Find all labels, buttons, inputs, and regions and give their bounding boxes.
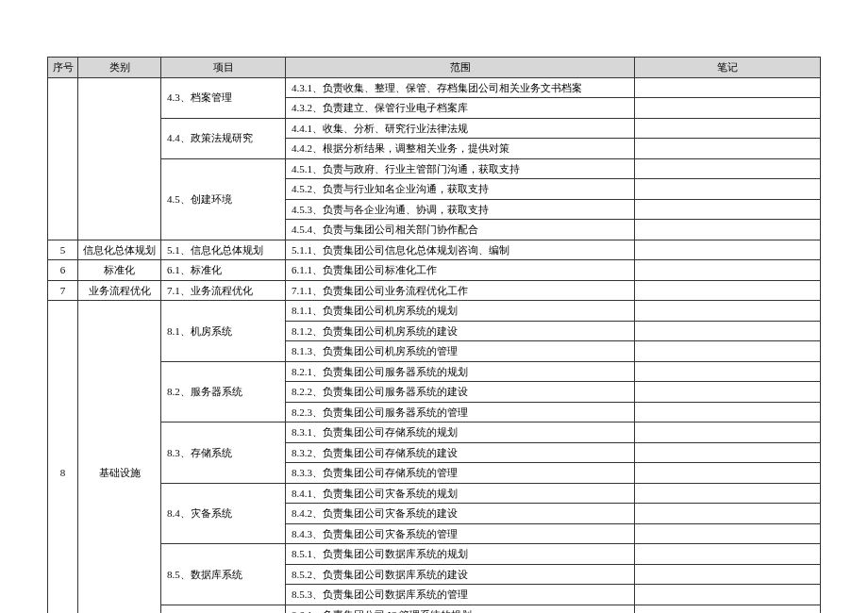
header-notes: 笔记 (635, 58, 821, 78)
cell-scope: 4.4.2、根据分析结果，调整相关业务，提供对策 (286, 139, 635, 159)
cell-project: 4.3、档案管理 (161, 77, 286, 118)
cell-scope: 8.6.1、负责集团公司 IS 管理系统的规划 (286, 605, 635, 613)
cell-seq: 5 (48, 240, 78, 260)
cell-scope: 7.1.1、负责集团公司业务流程优化工作 (286, 280, 635, 301)
cell-scope: 4.4.1、收集、分析、研究行业法律法规 (286, 118, 635, 139)
cell-notes (635, 523, 821, 544)
header-seq: 序号 (48, 58, 78, 78)
cell-project: 8.6、IS 管理系统 (161, 605, 286, 613)
cell-scope: 8.1.1、负责集团公司机房系统的规划 (286, 301, 635, 322)
cell-notes (635, 442, 821, 463)
cell-scope: 8.2.3、负责集团公司服务器系统的管理 (286, 402, 635, 422)
cell-scope: 8.4.2、负责集团公司灾备系统的建设 (286, 504, 635, 524)
cell-scope: 6.1.1、负责集团公司标准化工作 (286, 260, 635, 281)
cell-project: 4.4、政策法规研究 (161, 118, 286, 158)
cell-notes (635, 98, 821, 119)
cell-scope: 8.5.1、负责集团公司数据库系统的规划 (286, 544, 635, 565)
cell-notes (635, 504, 821, 524)
cell-notes (635, 199, 821, 220)
cell-seq: 7 (48, 280, 78, 301)
cell-scope: 8.3.2、负责集团公司存储系统的建设 (286, 442, 635, 463)
cell-scope: 4.5.1、负责与政府、行业主管部门沟通，获取支持 (286, 158, 635, 179)
table-row: 4.4、政策法规研究4.4.1、收集、分析、研究行业法律法规 (48, 118, 821, 139)
table-row: 8.6、IS 管理系统8.6.1、负责集团公司 IS 管理系统的规划 (48, 605, 821, 613)
cell-notes (635, 260, 821, 281)
cell-notes (635, 605, 821, 613)
cell-scope: 4.5.3、负责与各企业沟通、协调，获取支持 (286, 199, 635, 220)
cell-scope: 4.3.1、负责收集、整理、保管、存档集团公司相关业务文书档案 (286, 77, 635, 98)
cell-scope: 4.5.4、负责与集团公司相关部门协作配合 (286, 220, 635, 240)
cell-project: 8.4、灾备系统 (161, 483, 286, 544)
cell-scope: 8.1.3、负责集团公司机房系统的管理 (286, 341, 635, 362)
cell-project: 4.5、创建环境 (161, 158, 286, 240)
cell-scope: 4.3.2、负责建立、保管行业电子档案库 (286, 98, 635, 119)
cell-scope: 4.5.2、负责与行业知名企业沟通，获取支持 (286, 179, 635, 200)
table-header-row: 序号 类别 项目 范围 笔记 (48, 58, 821, 78)
cell-notes (635, 422, 821, 443)
cell-notes (635, 118, 821, 139)
cell-scope: 8.3.3、负责集团公司存储系统的管理 (286, 463, 635, 484)
cell-project: 8.3、存储系统 (161, 422, 286, 484)
cell-scope: 8.5.2、负责集团公司数据库系统的建设 (286, 564, 635, 585)
cell-category (78, 77, 161, 240)
cell-notes (635, 280, 821, 301)
header-scope: 范围 (286, 58, 635, 78)
cell-seq: 8 (48, 301, 78, 614)
cell-project: 6.1、标准化 (161, 260, 286, 281)
cell-scope: 8.4.3、负责集团公司灾备系统的管理 (286, 523, 635, 544)
table-row: 7业务流程优化7.1、业务流程优化7.1.1、负责集团公司业务流程优化工作 (48, 280, 821, 301)
cell-notes (635, 139, 821, 159)
cell-category: 信息化总体规划 (78, 240, 161, 260)
header-category: 类别 (78, 58, 161, 78)
cell-project: 8.5、数据库系统 (161, 544, 286, 605)
cell-seq (48, 77, 78, 240)
cell-notes (635, 463, 821, 484)
cell-notes (635, 240, 821, 260)
table-row: 6标准化6.1、标准化6.1.1、负责集团公司标准化工作 (48, 260, 821, 281)
cell-notes (635, 361, 821, 382)
cell-notes (635, 220, 821, 240)
cell-project: 8.2、服务器系统 (161, 361, 286, 422)
cell-notes (635, 158, 821, 179)
cell-project: 5.1、信息化总体规划 (161, 240, 286, 260)
cell-scope: 8.2.1、负责集团公司服务器系统的规划 (286, 361, 635, 382)
cell-notes (635, 544, 821, 565)
table-row: 4.3、档案管理4.3.1、负责收集、整理、保管、存档集团公司相关业务文书档案 (48, 77, 821, 98)
cell-notes (635, 179, 821, 200)
cell-notes (635, 301, 821, 322)
cell-notes (635, 321, 821, 341)
cell-scope: 8.1.2、负责集团公司机房系统的建设 (286, 321, 635, 341)
cell-seq: 6 (48, 260, 78, 281)
table-row: 8基础设施8.1、机房系统8.1.1、负责集团公司机房系统的规划 (48, 301, 821, 322)
cell-project: 8.1、机房系统 (161, 301, 286, 362)
cell-notes (635, 402, 821, 422)
cell-category: 基础设施 (78, 301, 161, 614)
cell-notes (635, 585, 821, 605)
table-row: 8.4、灾备系统8.4.1、负责集团公司灾备系统的规划 (48, 483, 821, 504)
cell-notes (635, 564, 821, 585)
cell-scope: 8.5.3、负责集团公司数据库系统的管理 (286, 585, 635, 605)
requirements-table: 序号 类别 项目 范围 笔记 4.3、档案管理4.3.1、负责收集、整理、保管、… (47, 57, 821, 613)
cell-category: 标准化 (78, 260, 161, 281)
cell-notes (635, 382, 821, 403)
cell-scope: 5.1.1、负责集团公司信息化总体规划咨询、编制 (286, 240, 635, 260)
cell-notes (635, 77, 821, 98)
cell-project: 7.1、业务流程优化 (161, 280, 286, 301)
cell-notes (635, 483, 821, 504)
header-project: 项目 (161, 58, 286, 78)
table-row: 5信息化总体规划5.1、信息化总体规划5.1.1、负责集团公司信息化总体规划咨询… (48, 240, 821, 260)
table-row: 8.3、存储系统8.3.1、负责集团公司存储系统的规划 (48, 422, 821, 443)
cell-notes (635, 341, 821, 362)
cell-category: 业务流程优化 (78, 280, 161, 301)
cell-scope: 8.2.2、负责集团公司服务器系统的建设 (286, 382, 635, 403)
table-row: 4.5、创建环境4.5.1、负责与政府、行业主管部门沟通，获取支持 (48, 158, 821, 179)
cell-scope: 8.3.1、负责集团公司存储系统的规划 (286, 422, 635, 443)
cell-scope: 8.4.1、负责集团公司灾备系统的规划 (286, 483, 635, 504)
table-row: 8.5、数据库系统8.5.1、负责集团公司数据库系统的规划 (48, 544, 821, 565)
table-row: 8.2、服务器系统8.2.1、负责集团公司服务器系统的规划 (48, 361, 821, 382)
